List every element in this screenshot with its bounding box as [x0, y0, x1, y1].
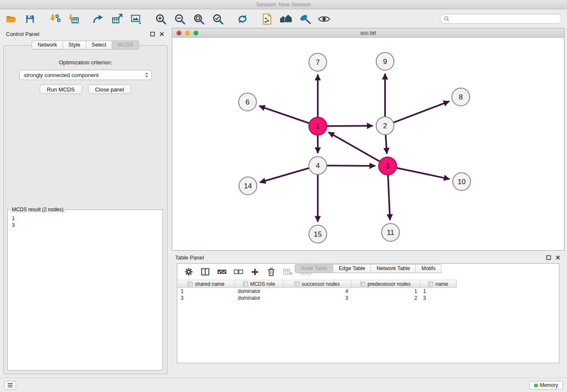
float-panel-icon[interactable] — [149, 30, 156, 37]
import-table-from-file-icon[interactable] — [67, 12, 80, 26]
memory-label: Memory — [540, 382, 558, 388]
table-panel-tabs: Node Table Edge Table Network Table Moti… — [295, 264, 442, 374]
show-graphics-details-icon[interactable] — [317, 12, 331, 26]
network-canvas[interactable]: 7968124314101511 — [172, 38, 564, 250]
table-panel-title: Table Panel — [175, 254, 204, 261]
style-paint-icon[interactable] — [298, 12, 312, 26]
status-bar: Memory — [0, 378, 567, 392]
zoom-in-icon[interactable] — [154, 12, 168, 26]
tab-network-table[interactable]: Network Table — [371, 264, 416, 273]
close-panel-button[interactable]: Close panel — [88, 85, 132, 94]
table-cell-mcds-role[interactable]: dominator — [235, 295, 284, 301]
maximize-window-icon[interactable]: + — [193, 30, 198, 36]
close-window-icon[interactable]: × — [176, 30, 182, 36]
tab-mcds[interactable]: MCDS — [112, 41, 139, 50]
graph-edge-1-2[interactable] — [327, 126, 373, 126]
minimize-window-icon[interactable]: − — [185, 30, 190, 36]
graph-node-label: 1 — [316, 122, 319, 130]
memory-button[interactable]: Memory — [529, 381, 563, 389]
mcds-result-list: 1 3 — [8, 210, 162, 234]
export-network-icon[interactable] — [91, 12, 105, 26]
close-table-panel-icon[interactable] — [554, 254, 561, 261]
graph-node-label: 7 — [316, 58, 319, 66]
control-panel-tabs: Network Style Select MCDS — [32, 41, 139, 50]
tab-select[interactable]: Select — [86, 41, 113, 50]
export-table-icon[interactable] — [110, 12, 124, 26]
column-type-icon — [243, 282, 248, 286]
apply-layout-icon[interactable] — [236, 12, 249, 26]
tab-node-table[interactable]: Node Table — [295, 264, 333, 273]
graph-edge-4-14[interactable] — [260, 168, 309, 182]
settings-gear-icon[interactable] — [184, 267, 194, 277]
toolbar-search[interactable] — [440, 14, 562, 24]
control-panel-header: Control Panel — [3, 29, 168, 39]
graph-edge-2-8[interactable] — [394, 101, 449, 122]
search-icon — [444, 16, 449, 22]
column-type-icon — [187, 282, 193, 286]
graph-node-label: 15 — [314, 230, 322, 238]
delete-table-icon[interactable] — [283, 267, 293, 277]
close-panel-icon[interactable] — [158, 30, 165, 37]
open-file-icon[interactable] — [4, 12, 18, 26]
select-all-icon[interactable] — [217, 267, 227, 277]
clear-selection-icon[interactable] — [233, 267, 243, 277]
mcds-panel: Optimization criterion: strongly connect… — [3, 45, 168, 374]
float-table-panel-icon[interactable] — [545, 254, 552, 261]
graph-node-label: 8 — [459, 93, 462, 101]
add-column-icon[interactable] — [250, 267, 260, 277]
toggle-columns-icon[interactable] — [200, 267, 210, 277]
table-cell-mcds-role[interactable]: dominator — [235, 288, 284, 294]
column-header-mcds-role[interactable]: MCDS role — [235, 280, 284, 287]
table-cell-shared-name[interactable]: 1 — [178, 288, 235, 294]
list-icon — [7, 383, 13, 388]
home-icon[interactable] — [279, 12, 293, 26]
graph-edge-1-6[interactable] — [259, 106, 309, 123]
zoom-out-icon[interactable] — [173, 12, 187, 26]
network-document-icon[interactable] — [260, 12, 274, 26]
column-header-shared-name[interactable]: shared name — [178, 280, 235, 287]
graph-edge-3-10[interactable] — [397, 168, 450, 179]
import-network-from-file-icon[interactable] — [48, 12, 61, 26]
save-session-icon[interactable] — [23, 12, 37, 26]
tab-motifs[interactable]: Motifs — [416, 264, 441, 273]
traffic-lights: × − + — [176, 30, 198, 36]
graph-node-label: 6 — [245, 98, 249, 106]
task-history-button[interactable] — [4, 381, 16, 389]
graph-edge-4-3[interactable] — [327, 166, 375, 166]
graph-edge-3-1[interactable] — [328, 132, 380, 161]
dropdown-arrows-icon — [145, 72, 149, 78]
graph-node-label: 14 — [244, 182, 252, 190]
export-image-icon[interactable] — [129, 12, 143, 26]
graph-node-label: 3 — [385, 162, 389, 170]
graph-node-label: 10 — [458, 178, 466, 186]
tab-network[interactable]: Network — [32, 41, 63, 50]
table-panel-header: Table Panel — [172, 252, 564, 262]
criterion-dropdown[interactable]: strongly connected component — [19, 70, 151, 80]
network-window-title: scc.txt — [361, 30, 376, 36]
mcds-result-line: 1 — [12, 215, 158, 222]
run-mcds-button[interactable]: Run MCDS — [40, 85, 82, 94]
mcds-result-line: 3 — [12, 222, 158, 229]
search-input[interactable] — [451, 15, 558, 22]
zoom-selected-icon[interactable] — [211, 12, 225, 26]
graph-edge-2-3[interactable] — [385, 135, 387, 154]
graph-node-label: 4 — [316, 162, 319, 170]
control-panel-title: Control Panel — [6, 31, 39, 37]
table-panel: Table Panel — [172, 252, 564, 376]
graph-node-label: 2 — [383, 122, 387, 130]
delete-column-icon[interactable] — [266, 267, 276, 277]
criterion-dropdown-value: strongly connected component — [24, 72, 145, 78]
window-title: Session: New Session — [256, 1, 311, 8]
tab-edge-table[interactable]: Edge Table — [333, 264, 371, 273]
memory-status-icon — [534, 384, 538, 387]
mcds-result-title: MCDS result (2 nodes) — [10, 207, 65, 213]
optimization-criterion-label: Optimization criterion: — [4, 59, 167, 66]
tab-style[interactable]: Style — [63, 41, 86, 50]
table-cell-shared-name[interactable]: 3 — [178, 295, 235, 301]
window-titlebar: Session: New Session — [0, 0, 567, 9]
graph-edge-3-11[interactable] — [388, 175, 390, 220]
graph-node-label: 9 — [383, 58, 387, 66]
zoom-fit-icon[interactable] — [192, 12, 206, 26]
mcds-result-box: MCDS result (2 nodes) 1 3 — [7, 210, 163, 370]
main-toolbar — [0, 10, 567, 28]
